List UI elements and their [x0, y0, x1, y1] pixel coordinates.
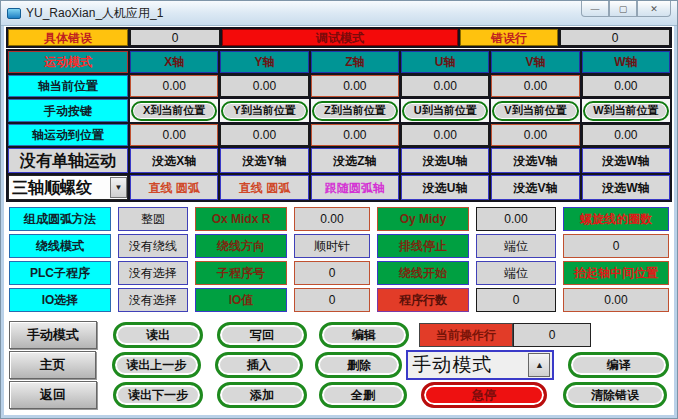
current-position-x[interactable]: 0.00 [130, 75, 218, 97]
home-button[interactable]: 主页 [9, 351, 96, 379]
read-next-button[interactable]: 读出下一步 [113, 382, 203, 408]
delete-all-button[interactable]: 全删 [319, 382, 407, 408]
manual-cell-z: Z到当前位置 [311, 99, 399, 122]
single-axis-status-label: 没有单轴运动 [8, 148, 128, 173]
traverse-stop-value[interactable]: 端位 [476, 234, 556, 258]
helix-turns-label: 螺旋线的圈数 [563, 207, 669, 231]
action-row-2: 主页 读出上一步 插入 删除 手动模式 ▲ 编译 [9, 350, 669, 380]
u-to-current-button[interactable]: U到当前位置 [402, 101, 488, 121]
current-position-w[interactable]: 0.00 [582, 75, 670, 97]
manual-cell-y: Y到当前位置 [220, 99, 308, 122]
emergency-stop-button[interactable]: 急停 [421, 382, 547, 408]
axis-header-v: V轴 [491, 51, 579, 73]
minimize-button[interactable]: — [581, 1, 609, 17]
chevron-down-icon: ▼ [110, 177, 127, 198]
thread-cell-x: 直线 圆弧 [130, 175, 218, 200]
target-position-y[interactable]: 0.00 [220, 124, 308, 146]
current-position-label: 轴当前位置 [8, 75, 128, 97]
main-content: 具体错误 0 调试模式 错误行 0 运动模式 X轴 Y轴 Z轴 U轴 V轴 W轴… [1, 26, 677, 418]
ox-midx-r-value[interactable]: 0.00 [294, 207, 370, 231]
read-button[interactable]: 读出 [113, 322, 203, 348]
winding-mode-label: 绕线模式 [9, 234, 111, 258]
compile-button[interactable]: 编译 [568, 352, 669, 378]
status-row: 具体错误 0 调试模式 错误行 0 [6, 27, 672, 48]
helix-turns-value[interactable]: 0 [563, 234, 669, 258]
single-axis-x: 没选X轴 [130, 148, 218, 173]
lift-axis-mid-label: 抬起轴中间位置 [563, 261, 669, 285]
plc-subroutine-value[interactable]: 没有选择 [118, 261, 188, 285]
current-position-u[interactable]: 0.00 [401, 75, 489, 97]
current-operation-line-label: 当前操作行 [419, 323, 513, 347]
axis-header-z: Z轴 [311, 51, 399, 73]
axis-table: 运动模式 X轴 Y轴 Z轴 U轴 V轴 W轴 轴当前位置 0.00 0.00 0… [6, 49, 672, 202]
winding-mode-value[interactable]: 没有绕线 [118, 234, 188, 258]
winding-start-label: 绕线开始 [377, 261, 469, 285]
debug-mode-banner: 调试模式 [222, 29, 458, 46]
current-position-y[interactable]: 0.00 [220, 75, 308, 97]
thread-cell-w: 没选W轴 [582, 175, 670, 200]
winding-direction-label: 绕线方向 [195, 234, 287, 258]
current-operation-line-value[interactable]: 0 [513, 323, 591, 347]
thread-mode-select[interactable]: 三轴顺螺纹 ▼ [8, 175, 128, 200]
axis-header-x: X轴 [130, 51, 218, 73]
operation-mode-select[interactable]: 手动模式 ▲ [406, 350, 554, 380]
action-row-1: 手动模式 读出 写回 编辑 当前操作行 0 [9, 320, 669, 350]
insert-button[interactable]: 插入 [215, 352, 304, 378]
y-to-current-button[interactable]: Y到当前位置 [221, 101, 307, 121]
manual-cell-w: W到当前位置 [582, 99, 670, 122]
current-position-z[interactable]: 0.00 [311, 75, 399, 97]
v-to-current-button[interactable]: V到当前位置 [492, 101, 578, 121]
program-lines-label: 程序行数 [377, 288, 469, 312]
delete-button[interactable]: 删除 [315, 352, 402, 378]
read-prev-button[interactable]: 读出上一步 [112, 352, 201, 378]
x-to-current-button[interactable]: X到当前位置 [131, 101, 217, 121]
manual-cell-v: V到当前位置 [491, 99, 579, 122]
single-axis-w: 没选W轴 [582, 148, 670, 173]
back-button[interactable]: 返回 [9, 381, 97, 409]
chevron-up-icon: ▲ [528, 353, 550, 377]
clear-error-button[interactable]: 清除错误 [563, 382, 667, 408]
add-button[interactable]: 添加 [217, 382, 307, 408]
manual-mode-button[interactable]: 手动模式 [9, 321, 97, 349]
close-button[interactable]: ✕ [637, 1, 671, 17]
target-position-x[interactable]: 0.00 [130, 124, 218, 146]
io-select-value[interactable]: 没有选择 [118, 288, 188, 312]
z-to-current-button[interactable]: Z到当前位置 [312, 101, 398, 121]
thread-cell-z: 跟随圆弧轴 [311, 175, 399, 200]
target-position-z[interactable]: 0.00 [311, 124, 399, 146]
thread-mode-value: 三轴顺螺纹 [12, 180, 110, 196]
thread-cell-v: 没选V轴 [491, 175, 579, 200]
traverse-stop-label: 排线停止 [377, 234, 469, 258]
error-detail-label: 具体错误 [8, 29, 128, 46]
error-line-label: 错误行 [460, 29, 558, 46]
target-position-u[interactable]: 0.00 [401, 124, 489, 146]
single-axis-v: 没选V轴 [491, 148, 579, 173]
error-line-value[interactable]: 0 [560, 29, 670, 46]
action-row-3: 返回 读出下一步 添加 全删 急停 清除错误 [9, 380, 669, 410]
winding-direction-value[interactable]: 顺时针 [294, 234, 370, 258]
io-select-label: IO选择 [9, 288, 111, 312]
winding-start-value[interactable]: 端位 [476, 261, 556, 285]
maximize-icon: ▢ [619, 4, 628, 14]
maximize-button[interactable]: ▢ [609, 1, 637, 17]
target-position-w[interactable]: 0.00 [582, 124, 670, 146]
write-back-button[interactable]: 写回 [217, 322, 307, 348]
subroutine-number-value[interactable]: 0 [294, 261, 370, 285]
manual-keys-label: 手动按键 [8, 99, 128, 122]
io-value-value[interactable]: 0 [294, 288, 370, 312]
motion-mode-label: 运动模式 [8, 51, 128, 73]
current-position-v[interactable]: 0.00 [491, 75, 579, 97]
target-position-v[interactable]: 0.00 [491, 124, 579, 146]
oy-midy-value[interactable]: 0.00 [476, 207, 556, 231]
app-icon [7, 8, 21, 19]
operation-mode-value: 手动模式 [412, 352, 528, 378]
program-lines-value[interactable]: 0 [476, 288, 556, 312]
edit-button[interactable]: 编辑 [319, 322, 409, 348]
minimize-icon: — [591, 4, 600, 14]
lift-axis-mid-value[interactable]: 0.00 [563, 288, 669, 312]
arc-method-value[interactable]: 整圆 [118, 207, 188, 231]
close-icon: ✕ [650, 4, 658, 14]
w-to-current-button[interactable]: W到当前位置 [583, 101, 669, 121]
error-detail-value[interactable]: 0 [130, 29, 220, 46]
target-position-label: 轴运动到位置 [8, 124, 128, 146]
